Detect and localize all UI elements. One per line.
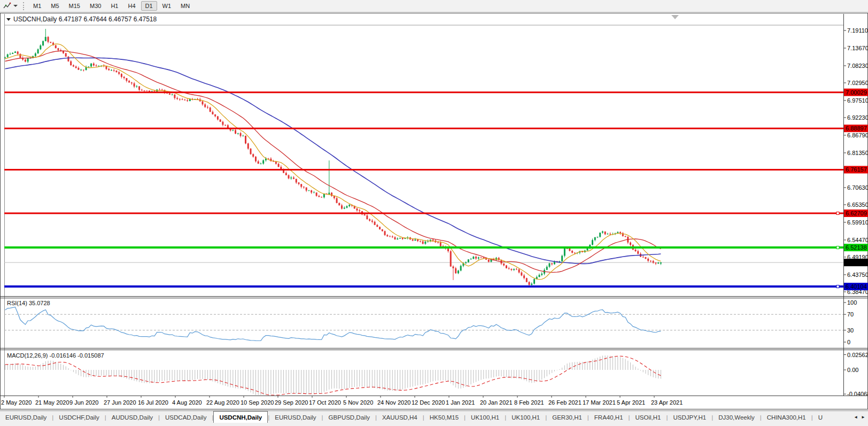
- tab-usdcnh-daily[interactable]: USDCNH,Daily: [213, 411, 268, 423]
- svg-text:6.43750: 6.43750: [847, 272, 868, 278]
- hline-handle[interactable]: [836, 285, 839, 288]
- timeframe-button-m30[interactable]: M30: [86, 1, 105, 11]
- tab-usdcad-daily[interactable]: USDCAD,Daily: [160, 411, 212, 423]
- svg-text:5 Nov 2020: 5 Nov 2020: [343, 399, 373, 406]
- timeframe-button-w1[interactable]: W1: [158, 1, 176, 11]
- chart-title: USDCNH,Daily 6.47187 6.47644 6.46757 6.4…: [6, 16, 157, 23]
- svg-text:22 Aug 2020: 22 Aug 2020: [206, 399, 239, 406]
- timeframe-button-h1[interactable]: H1: [106, 1, 122, 11]
- tab-ger30-h1[interactable]: GER30,H1: [547, 411, 587, 423]
- svg-text:1 Jan 2021: 1 Jan 2021: [446, 399, 475, 406]
- svg-text:8 Feb 2021: 8 Feb 2021: [514, 399, 544, 406]
- dropdown-caret-icon: [13, 5, 18, 7]
- svg-text:17 Mar 2021: 17 Mar 2021: [583, 399, 616, 406]
- svg-text:6.40104: 6.40104: [846, 283, 867, 290]
- svg-text:6.70630: 6.70630: [847, 184, 868, 191]
- svg-text:6.88897: 6.88897: [846, 125, 867, 131]
- svg-text:16 Jul 2020: 16 Jul 2020: [138, 399, 168, 406]
- chart-title-text: USDCNH,Daily 6.47187 6.47644 6.46757 6.4…: [13, 16, 157, 23]
- collapse-caret-icon: [6, 18, 11, 21]
- hline-handle[interactable]: [836, 246, 839, 249]
- toolbar-grip[interactable]: [23, 2, 24, 10]
- tab-usoil-h1[interactable]: USOil,H1: [630, 411, 666, 423]
- svg-text:26 Feb 2021: 26 Feb 2021: [548, 399, 582, 406]
- timeframe-button-m15[interactable]: M15: [65, 1, 84, 11]
- tab-xauusd-h4[interactable]: XAUUSD,H4: [377, 411, 423, 423]
- tab-scroll-right-icon[interactable]: ►: [861, 415, 865, 420]
- svg-text:4 Aug 2020: 4 Aug 2020: [172, 399, 202, 406]
- svg-text:6.81350: 6.81350: [847, 150, 868, 156]
- tab-usdjpy-h1[interactable]: USDJPY,H1: [668, 411, 711, 423]
- tab-uk100-h1[interactable]: UK100,H1: [506, 411, 545, 423]
- tab-audusd-daily[interactable]: AUDUSD,Daily: [106, 411, 158, 423]
- svg-text:6.59910: 6.59910: [847, 219, 868, 226]
- bottom-strip: [0, 423, 868, 426]
- svg-text:6.47518: 6.47518: [846, 259, 867, 266]
- svg-text:17 Oct 2020: 17 Oct 2020: [309, 399, 341, 406]
- svg-text:70: 70: [847, 311, 854, 317]
- svg-text:6.92230: 6.92230: [847, 114, 868, 121]
- svg-text:0.025623: 0.025623: [847, 352, 868, 358]
- svg-text:0: 0: [847, 339, 850, 345]
- timeframe-button-m5[interactable]: M5: [46, 1, 63, 11]
- tab-scroll-left-icon[interactable]: ◄: [854, 415, 858, 420]
- svg-text:30: 30: [847, 327, 854, 334]
- svg-text:6.97510: 6.97510: [847, 97, 868, 104]
- tab-dj30-weekly[interactable]: DJ30,Weekly: [713, 411, 760, 423]
- tab-fra40-h1[interactable]: FRA40,H1: [589, 411, 629, 423]
- svg-text:7.02950: 7.02950: [847, 80, 868, 86]
- chart-tool-button[interactable]: [1, 1, 20, 11]
- svg-text:10 Sep 2020: 10 Sep 2020: [241, 399, 274, 406]
- svg-text:6.76157: 6.76157: [846, 166, 867, 173]
- timeframe-button-h4[interactable]: H4: [123, 1, 140, 11]
- svg-text:12 Dec 2020: 12 Dec 2020: [412, 399, 445, 406]
- tab-u[interactable]: U: [813, 411, 828, 423]
- svg-text:29 Sep 2020: 29 Sep 2020: [275, 399, 308, 406]
- tab-uk100-h1[interactable]: UK100,H1: [466, 411, 505, 423]
- svg-text:6.54470: 6.54470: [847, 237, 868, 243]
- svg-text:6.62709: 6.62709: [846, 210, 867, 216]
- tab-eurusd-daily[interactable]: EURUSD,Daily: [0, 411, 52, 423]
- tab-usdchf-daily[interactable]: USDCHF,Daily: [53, 411, 104, 423]
- macd-indicator-label: MACD(12,26,9) -0.016146 -0.015087: [7, 352, 104, 359]
- svg-text:20 Jan 2021: 20 Jan 2021: [480, 399, 513, 406]
- rsi-indicator-label: RSI(14) 35.0728: [7, 300, 50, 306]
- svg-text:100: 100: [847, 299, 857, 306]
- svg-text:24 Nov 2020: 24 Nov 2020: [377, 399, 410, 406]
- svg-text:2 May 2020: 2 May 2020: [1, 399, 32, 406]
- chart-canvas[interactable]: 7.191107.136707.082307.029506.975106.922…: [0, 0, 868, 426]
- svg-text:0.00: 0.00: [847, 367, 858, 373]
- timeframe-buttons: M1M5M15M30H1H4D1W1MN: [28, 1, 195, 11]
- tab-hk50-m15[interactable]: HK50,M15: [424, 411, 464, 423]
- svg-text:9 Jun 2020: 9 Jun 2020: [69, 399, 98, 406]
- tab-china300-h1[interactable]: CHINA300,H1: [762, 411, 811, 423]
- svg-text:6.86790: 6.86790: [847, 132, 868, 138]
- tab-eurusd-daily[interactable]: EURUSD,Daily: [269, 411, 321, 423]
- svg-text:5 Apr 2021: 5 Apr 2021: [617, 399, 645, 406]
- svg-text:27 Jun 2020: 27 Jun 2020: [104, 399, 136, 406]
- top-toolbar: M1M5M15M30H1H4D1W1MN: [0, 0, 868, 12]
- svg-text:21 May 2020: 21 May 2020: [35, 399, 69, 406]
- svg-text:6.65350: 6.65350: [847, 202, 868, 208]
- tab-gbpusd-daily[interactable]: GBPUSD,Daily: [323, 411, 375, 423]
- svg-text:-0.040687: -0.040687: [847, 391, 868, 397]
- chart-tool-icon: [3, 2, 11, 10]
- svg-text:7.13670: 7.13670: [847, 45, 868, 51]
- svg-text:7.08230: 7.08230: [847, 63, 868, 69]
- timeframe-button-m1[interactable]: M1: [29, 1, 45, 11]
- svg-text:7.00029: 7.00029: [846, 89, 867, 96]
- svg-text:7.19110: 7.19110: [847, 27, 868, 34]
- tab-scroll-buttons: ◄►: [852, 411, 868, 423]
- hline-handle[interactable]: [836, 212, 839, 214]
- chart-tab-bar: EURUSD,Daily|USDCHF,Daily|AUDUSD,Daily|U…: [0, 410, 868, 423]
- svg-text:6.52138: 6.52138: [846, 244, 867, 251]
- timeframe-button-d1[interactable]: D1: [141, 1, 157, 11]
- timeframe-button-mn[interactable]: MN: [176, 1, 194, 11]
- svg-text:23 Apr 2021: 23 Apr 2021: [651, 399, 683, 406]
